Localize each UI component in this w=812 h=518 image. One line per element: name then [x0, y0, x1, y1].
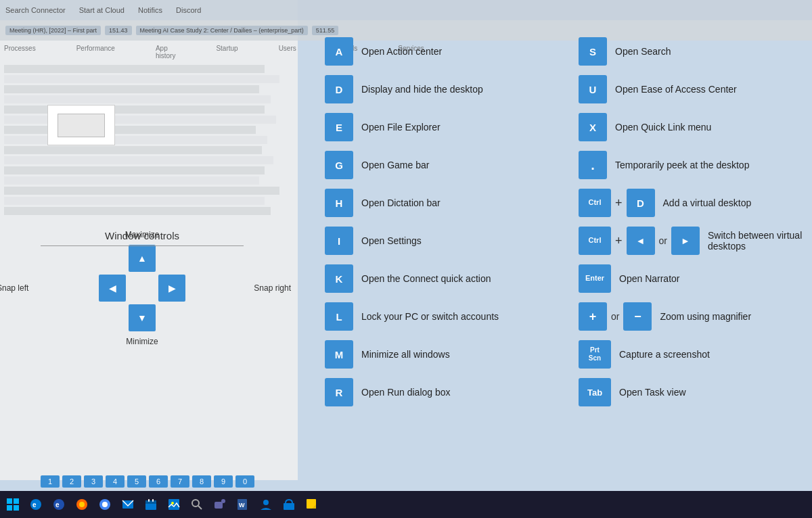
shortcut-row-m: M Minimize all windows	[325, 340, 558, 369]
key-ctrl[interactable]: Ctrl	[579, 189, 611, 217]
ie-icon[interactable]: e	[49, 494, 69, 515]
file-badge: 511.55	[312, 26, 339, 35]
shortcut-row-r: R Open Run dialog box	[325, 378, 558, 406]
top-bar: Search Connector Start at Cloud Notifics…	[0, 0, 812, 20]
key-combo-ctrl-arrows: Ctrl + ◄ or ►	[579, 227, 700, 255]
chrome-icon[interactable]	[95, 494, 115, 515]
svg-rect-16	[152, 499, 154, 502]
key-period[interactable]: .	[579, 151, 607, 179]
key-tab[interactable]: Tab	[579, 378, 611, 406]
vd-btn-6[interactable]: 6	[149, 475, 168, 488]
shortcut-row-i: I Open Settings	[325, 227, 558, 255]
svg-text:e: e	[32, 501, 37, 509]
vd-btn-1[interactable]: 1	[41, 475, 60, 488]
desc-u: Open Ease of Access Center	[615, 84, 737, 95]
desc-e: Open File Explorer	[361, 122, 441, 133]
svg-rect-0	[7, 498, 12, 504]
desc-h: Open Dictation bar	[361, 197, 441, 208]
desc-d: Display and hide the desktop	[361, 84, 483, 95]
key-i[interactable]: I	[325, 227, 353, 255]
snap-left-button[interactable]	[99, 275, 126, 302]
key-d-combo[interactable]: D	[627, 189, 655, 217]
teams-icon[interactable]	[210, 494, 230, 515]
key-g[interactable]: G	[325, 151, 353, 179]
shortcut-col-right: S Open Search U Open Ease of Access Cent…	[579, 37, 812, 416]
desc-ctrl-d: Add a virtual desktop	[663, 197, 752, 208]
window-controls-title: Window controls	[41, 230, 244, 254]
vd-btn-3[interactable]: 3	[84, 475, 103, 488]
key-e[interactable]: E	[325, 113, 353, 141]
key-left-arrow[interactable]: ◄	[627, 227, 655, 255]
search-taskbar-icon[interactable]	[187, 494, 207, 515]
desc-s: Open Search	[615, 46, 671, 57]
key-x[interactable]: X	[579, 113, 607, 141]
shortcut-row-zoom: + or − Zoom using magnifier	[579, 302, 812, 331]
svg-point-18	[171, 502, 174, 504]
key-r[interactable]: R	[325, 378, 353, 406]
snap-down-button[interactable]	[129, 304, 156, 331]
key-minus[interactable]: −	[623, 302, 652, 331]
shortcut-row-s: S Open Search	[579, 37, 812, 66]
key-s[interactable]: S	[579, 37, 607, 66]
vd-btn-8[interactable]: 8	[192, 475, 211, 488]
desc-i: Open Settings	[361, 235, 422, 246]
key-a[interactable]: A	[325, 37, 353, 66]
edge-icon[interactable]: e	[26, 494, 46, 515]
svg-rect-3	[14, 505, 19, 511]
window-preview-inner	[58, 114, 105, 137]
key-prtscn[interactable]: PrtScn	[579, 340, 611, 369]
key-u[interactable]: U	[579, 75, 607, 103]
desc-enter: Open Narrator	[619, 273, 679, 284]
key-l[interactable]: L	[325, 302, 353, 331]
file-badge: 151.43	[105, 26, 132, 35]
taskbar: e e	[0, 491, 812, 518]
desc-m: Minimize all windows	[361, 349, 450, 360]
key-m[interactable]: M	[325, 340, 353, 369]
key-plus[interactable]: +	[579, 302, 607, 331]
key-right-arrow[interactable]: ►	[671, 227, 700, 255]
shortcut-row-u: U Open Ease of Access Center	[579, 75, 812, 103]
key-d[interactable]: D	[325, 75, 353, 103]
windows-start-button[interactable]	[3, 494, 23, 515]
vd-btn-5[interactable]: 5	[127, 475, 146, 488]
desc-l: Lock your PC or switch accounts	[361, 311, 499, 322]
shortcut-row-period: . Temporarily peek at the desktop	[579, 151, 812, 179]
vd-btn-2[interactable]: 2	[62, 475, 81, 488]
desc-g: Open Game bar	[361, 160, 429, 170]
svg-rect-14	[145, 500, 156, 504]
shortcut-row-h: H Open Dictation bar	[325, 189, 558, 217]
key-k[interactable]: K	[325, 264, 353, 293]
vd-btn-0[interactable]: 0	[235, 475, 254, 488]
vd-btn-4[interactable]: 4	[106, 475, 125, 488]
calendar-icon[interactable]	[141, 494, 161, 515]
key-h[interactable]: H	[325, 189, 353, 217]
window-preview	[47, 105, 115, 145]
vd-btn-9[interactable]: 9	[214, 475, 233, 488]
mail-icon[interactable]	[118, 494, 138, 515]
shortcut-row-x: X Open Quick Link menu	[579, 113, 812, 141]
minimize-label: Minimize	[41, 337, 244, 346]
desc-ctrl-arrows: Switch between virtual desktops	[708, 230, 812, 252]
desc-period: Temporarily peek at the desktop	[615, 160, 749, 170]
svg-rect-2	[7, 505, 12, 511]
vd-btn-7[interactable]: 7	[171, 475, 189, 488]
shortcut-row-prtscn: PrtScn Capture a screenshot	[579, 340, 812, 369]
top-bar-item: Start at Cloud	[79, 6, 125, 14]
shortcut-row-d: D Display and hide the desktop	[325, 75, 558, 103]
firefox-icon[interactable]	[72, 494, 92, 515]
key-ctrl2[interactable]: Ctrl	[579, 227, 611, 255]
snap-right-button[interactable]	[158, 275, 185, 302]
sticky-notes-icon[interactable]	[302, 494, 322, 515]
top-bar-item: Search Connector	[5, 6, 66, 14]
photos-icon[interactable]	[164, 494, 184, 515]
top-bar-item: Discord	[176, 6, 201, 14]
desc-tab: Open Task view	[619, 387, 686, 398]
shortcut-col-left: A Open Action center D Display and hide …	[325, 37, 558, 416]
store-icon[interactable]	[279, 494, 299, 515]
svg-rect-26	[284, 503, 294, 510]
svg-point-9	[79, 502, 85, 507]
svg-text:W: W	[239, 502, 245, 509]
key-enter[interactable]: Enter	[579, 264, 611, 293]
people-icon[interactable]	[256, 494, 276, 515]
word-icon[interactable]: W	[233, 494, 253, 515]
